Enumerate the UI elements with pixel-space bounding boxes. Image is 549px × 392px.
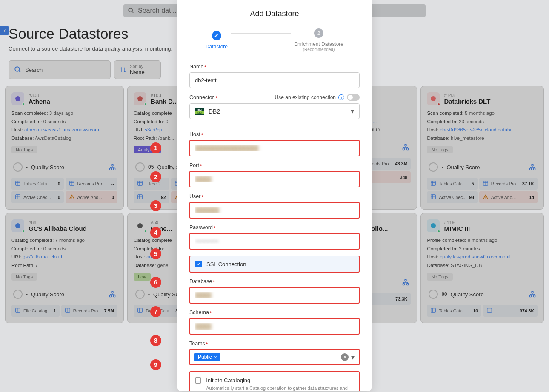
teams-label: Teams• bbox=[189, 341, 360, 347]
host-label: Host• bbox=[189, 131, 360, 137]
ssl-label: SSL Connection bbox=[206, 261, 246, 267]
chip-remove-icon[interactable]: ✕ bbox=[214, 355, 217, 360]
user-input[interactable] bbox=[189, 202, 360, 219]
existing-connection-label: Use an existing connection bbox=[275, 94, 336, 100]
clear-icon[interactable]: ✕ bbox=[341, 353, 349, 361]
catalog-checkbox[interactable] bbox=[195, 377, 201, 384]
annotation-badge-4: 4 bbox=[150, 227, 161, 238]
annotation-badge-2: 2 bbox=[150, 171, 161, 182]
caret-down-icon: ▾ bbox=[351, 107, 354, 115]
step-1-circle[interactable] bbox=[212, 31, 221, 40]
step-2-circle[interactable]: 2 bbox=[314, 28, 323, 38]
name-label: Name• bbox=[189, 64, 360, 70]
ssl-checkbox[interactable]: ✓ bbox=[195, 261, 202, 267]
existing-connection-toggle[interactable] bbox=[347, 94, 360, 101]
port-input[interactable] bbox=[189, 171, 360, 187]
add-datastore-modal: Add Datastore Datastore 2 Enrichment Dat… bbox=[177, 0, 372, 391]
step-2-label: Enrichment Datastore bbox=[294, 41, 343, 47]
connector-select[interactable]: IBMDB2 DB2 ▾ bbox=[189, 103, 360, 119]
user-label: User• bbox=[189, 193, 360, 199]
connector-label: Connector• bbox=[189, 94, 217, 100]
initiate-cataloging-box[interactable]: Initiate Cataloging Automatically start … bbox=[189, 371, 360, 391]
database-label: Database• bbox=[189, 278, 360, 284]
ssl-connection-row[interactable]: ✓ SSL Connection bbox=[189, 256, 360, 273]
stepper: Datastore 2 Enrichment Datastore (Recomm… bbox=[189, 28, 360, 52]
catalog-title: Initiate Cataloging bbox=[206, 377, 354, 383]
step-1-label: Datastore bbox=[206, 44, 228, 50]
password-input[interactable] bbox=[189, 233, 360, 250]
step-2-sub: (Recommended) bbox=[303, 47, 335, 52]
caret-down-icon: ▾ bbox=[351, 353, 355, 361]
annotation-badge-5: 5 bbox=[150, 248, 161, 259]
db2-icon: IBMDB2 bbox=[195, 108, 204, 115]
modal-title: Add Datastore bbox=[189, 9, 360, 18]
annotation-badge-6: 6 bbox=[150, 277, 161, 288]
database-input[interactable] bbox=[189, 287, 360, 304]
host-input[interactable] bbox=[189, 140, 360, 156]
annotation-badge-7: 7 bbox=[150, 306, 161, 317]
team-chip-public[interactable]: Public✕ bbox=[194, 353, 220, 361]
annotation-badge-3: 3 bbox=[150, 200, 161, 211]
schema-label: Schema• bbox=[189, 310, 360, 315]
info-icon[interactable]: i bbox=[338, 94, 344, 100]
catalog-desc: Automatically start a Catalog operation … bbox=[206, 385, 354, 391]
schema-input[interactable] bbox=[189, 318, 360, 335]
annotation-badge-1: 1 bbox=[150, 142, 161, 153]
pencil-icon bbox=[214, 33, 219, 38]
password-label: Password• bbox=[189, 224, 360, 230]
teams-select[interactable]: Public✕ ✕ ▾ bbox=[189, 349, 360, 365]
connector-value: DB2 bbox=[209, 108, 346, 115]
name-input[interactable] bbox=[189, 72, 360, 88]
port-label: Port• bbox=[189, 162, 360, 168]
step-connector bbox=[231, 33, 291, 34]
annotation-badge-8: 8 bbox=[150, 335, 161, 346]
annotation-badge-9: 9 bbox=[150, 359, 161, 370]
